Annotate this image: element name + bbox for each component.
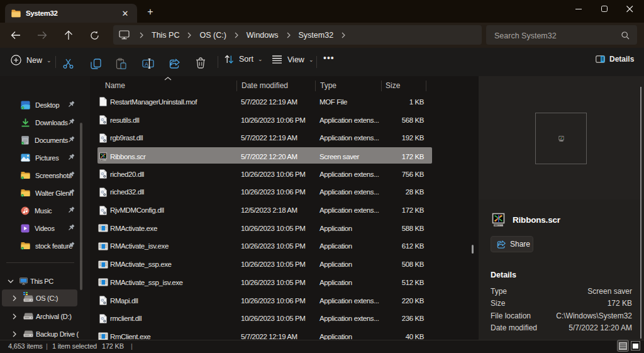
svg-text:A: A (145, 61, 148, 67)
